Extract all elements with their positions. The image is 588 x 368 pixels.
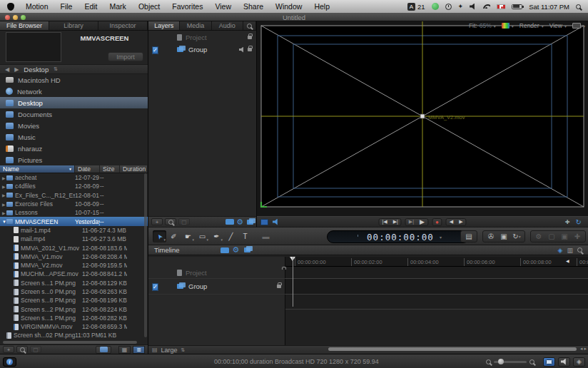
input-menu-extra[interactable]: A21 [407, 3, 425, 11]
show-keyframe-editor-button[interactable]: ◈ [573, 357, 585, 367]
timeline-ruler[interactable]: 00:00:00:0000:00:02:0000:00:04:0000:00:0… [285, 257, 588, 267]
language-flag-icon[interactable] [497, 4, 505, 9]
menu-item[interactable]: Object [138, 2, 160, 11]
snap-icon[interactable]: ◈ [558, 247, 563, 254]
audio-playback-icon[interactable] [273, 219, 279, 225]
menu-item[interactable]: Motion [26, 2, 49, 11]
import-button[interactable]: Import [108, 52, 143, 61]
column-name[interactable]: Name▼ [0, 165, 75, 173]
new-camera-button[interactable]: ✇ [485, 231, 497, 242]
place-row[interactable]: Movies [0, 120, 148, 131]
place-row[interactable]: nharauz [0, 143, 148, 154]
search-button[interactable] [16, 346, 28, 353]
forward-icon[interactable]: ▶ [14, 66, 19, 73]
file-row[interactable]: MMVA_V2.mov12-08-09159.5 MB [0, 261, 148, 270]
place-row[interactable]: Desktop [0, 97, 148, 108]
layer-row-project[interactable]: Project [148, 31, 256, 44]
menu-item[interactable]: Mark [110, 2, 126, 11]
hud-button[interactable]: ▬ [259, 230, 273, 242]
behaviors-button[interactable]: ⚙ [532, 231, 545, 242]
menu-item[interactable]: Edit [84, 2, 97, 11]
scroll-arrows[interactable]: ◂ ▸ [580, 346, 587, 352]
menu-item[interactable]: View [215, 2, 231, 11]
time-machine-icon[interactable] [445, 4, 452, 10]
activation-checkbox[interactable]: ✓ [152, 283, 158, 291]
pan-tool[interactable]: ☛▾ [181, 230, 195, 242]
disclosure-triangle-icon[interactable]: ▼ [0, 220, 6, 224]
zoom-slider[interactable] [494, 361, 527, 363]
file-row[interactable]: Screen s...0 PM.png12-08-08263 KB [0, 287, 148, 296]
generators-button[interactable]: ▣ [558, 231, 571, 242]
add-button[interactable]: + [3, 346, 14, 353]
file-row[interactable]: ▶aecheat12-07-29-- [0, 173, 148, 182]
spotlight-icon[interactable] [576, 4, 581, 9]
stepper-icon[interactable]: ⇅ [181, 347, 186, 353]
location-popup[interactable]: Desktop [24, 66, 49, 73]
file-row[interactable]: Screen s...1 PM.png12-08-08282 KB [0, 314, 148, 322]
disclosure-triangle-icon[interactable]: ▶ [0, 210, 6, 215]
reveal-folder-button[interactable] [96, 346, 111, 354]
file-row[interactable]: MMVA_2012_V1.mov12-08-08183.6 MB [0, 243, 148, 252]
menu-item[interactable]: Favorites [172, 2, 203, 11]
file-row[interactable]: MMVA_V1.mov12-08-08208.4 MB [0, 252, 148, 261]
menu-item[interactable]: Window [275, 2, 302, 11]
menu-item[interactable]: Help [314, 2, 330, 11]
show-layers-icon[interactable] [247, 220, 253, 225]
particles-button[interactable]: ✚ [571, 231, 584, 242]
file-row[interactable]: MUCHM...APSE.mov12-08-08841.2 MB [0, 270, 148, 278]
fullscreen-icon[interactable]: ✚ [562, 218, 573, 226]
column-date[interactable]: Date [75, 165, 100, 173]
action-button[interactable]: ▢ [30, 346, 41, 353]
audio-mute-icon[interactable] [239, 47, 245, 53]
file-row[interactable]: mail-1.mp411-06-274.3 MB [0, 226, 148, 235]
file-row[interactable]: Screen s...8 PM.png12-08-08196 KB [0, 296, 148, 305]
file-row[interactable]: mail.mp411-06-273.6 MB [0, 235, 148, 243]
timeline-row-project[interactable]: Project [148, 267, 285, 279]
disclosure-triangle-icon[interactable]: ▶ [0, 202, 6, 207]
show-video-icon[interactable] [260, 219, 268, 225]
layers-search-toggle[interactable] [165, 218, 176, 225]
view-popup[interactable]: View▾ [549, 22, 567, 29]
place-row[interactable]: Network [0, 86, 148, 97]
loop-playback-icon[interactable]: ↻ [573, 218, 584, 227]
place-row[interactable]: Pictures [0, 154, 148, 165]
lock-icon[interactable] [277, 285, 281, 288]
panel-tab[interactable]: Library [49, 21, 98, 30]
wifi-icon[interactable] [482, 4, 490, 9]
disclosure-triangle-icon[interactable]: ▶ [0, 175, 6, 180]
zoom-slider-knob[interactable] [498, 359, 504, 364]
step-forward-button[interactable]: ▶ [456, 218, 465, 225]
play-range-end-marker[interactable]: ◀ [566, 258, 569, 263]
line-tool[interactable]: ╱ [224, 230, 238, 242]
place-row[interactable]: Documents [0, 108, 148, 120]
back-icon[interactable]: ◀ [5, 66, 9, 73]
film-icon[interactable]: ▥ [567, 247, 573, 254]
disclosure-triangle-icon[interactable]: ▶ [0, 184, 6, 189]
render-popup[interactable]: Render▾ [519, 22, 544, 29]
track-size-popup[interactable]: Large [161, 347, 178, 354]
place-row[interactable]: Macintosh HD [0, 74, 148, 86]
show-keyframes-icon[interactable] [244, 247, 250, 252]
timecode-display[interactable]: 00:00:00:00 ▾ [327, 230, 470, 243]
filters-button[interactable]: ▢ [545, 231, 558, 242]
lock-icon[interactable] [248, 48, 252, 51]
zoom-level-popup[interactable]: Fit:65%▾ [469, 22, 496, 29]
menu-bar-clock[interactable]: Sat 11:07 PM [529, 3, 569, 11]
play-button[interactable]: ▶ [417, 218, 427, 226]
file-row[interactable]: Screen s...2 PM.png12-08-08224 KB [0, 305, 148, 313]
import-media-button[interactable]: ▣ [497, 231, 510, 242]
record-button[interactable]: ● [432, 218, 442, 226]
tab-media[interactable]: Media [180, 21, 211, 30]
step-back-button[interactable]: ◀ [447, 218, 456, 225]
display-popup[interactable]: ▾ [572, 23, 585, 29]
panel-tab[interactable]: File Browser [0, 21, 49, 30]
loop-behavior-button[interactable]: ↻▾ [510, 231, 523, 242]
show-canvas-icon[interactable] [225, 219, 234, 225]
file-row[interactable]: Screen s...1 PM.png12-08-08129 KB [0, 279, 148, 287]
canvas[interactable]: MMVA_V2.mov [257, 21, 588, 208]
file-row[interactable]: ▶Lessons10-07-15-- [0, 208, 148, 217]
tab-audio[interactable]: Audio [212, 21, 243, 30]
show-timeline-button[interactable] [543, 357, 555, 367]
timeline-row-group[interactable]: ✓ Group [148, 279, 285, 295]
place-row[interactable]: Music [0, 131, 148, 143]
